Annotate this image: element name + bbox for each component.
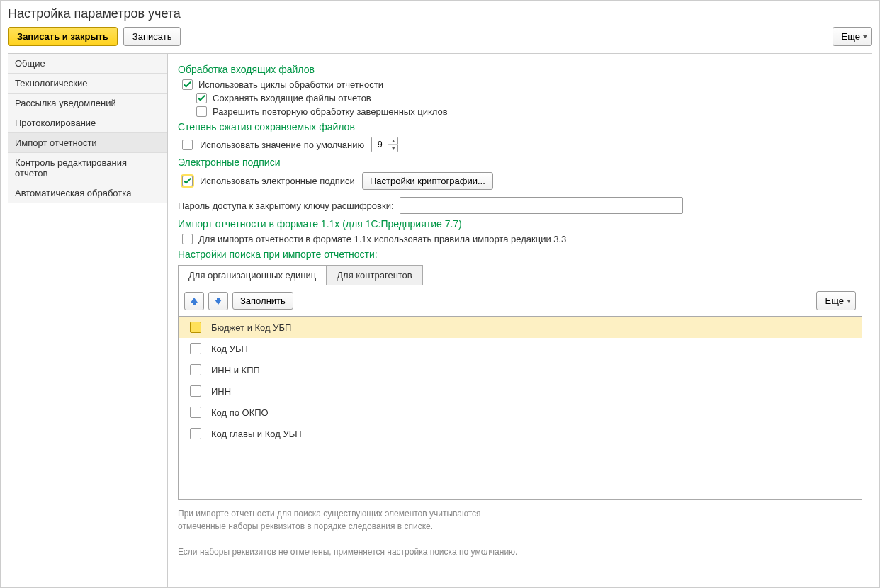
sidebar-item-auto-processing[interactable]: Автоматическая обработка bbox=[8, 183, 167, 203]
list-item-checkbox[interactable] bbox=[190, 343, 201, 354]
list-more-button[interactable]: Еще bbox=[816, 291, 856, 310]
spinner-down-icon[interactable]: ▼ bbox=[388, 145, 398, 152]
allow-reprocess-checkbox[interactable] bbox=[196, 106, 207, 117]
use-signatures-checkbox[interactable] bbox=[182, 176, 193, 186]
section-search-title: Настройки поиска при импорте отчетности: bbox=[178, 249, 862, 260]
section-import-title: Импорт отчетности в формате 1.1x (для 1С… bbox=[178, 218, 862, 230]
content-panel: Обработка входящих файлов Использовать ц… bbox=[168, 54, 872, 587]
list-item-checkbox[interactable] bbox=[190, 385, 201, 397]
password-input[interactable] bbox=[400, 197, 683, 214]
list-item[interactable]: Бюджет и Код УБП bbox=[179, 317, 862, 338]
move-up-button[interactable] bbox=[184, 292, 204, 310]
sidebar-item-general[interactable]: Общие bbox=[8, 54, 167, 74]
arrow-up-icon bbox=[189, 296, 199, 306]
save-close-button[interactable]: Записать и закрыть bbox=[8, 27, 118, 46]
footnote-line: При импорте отчетности для поиска сущест… bbox=[178, 507, 862, 520]
sidebar-item-notifications[interactable]: Рассылка уведомлений bbox=[8, 94, 167, 113]
list-item-label: Код главы и Код УБП bbox=[211, 429, 302, 439]
save-files-checkbox[interactable] bbox=[196, 93, 207, 103]
allow-reprocess-label: Разрешить повторную обработку завершенны… bbox=[213, 106, 448, 117]
section-signatures-title: Электронные подписи bbox=[178, 157, 862, 168]
save-button[interactable]: Записать bbox=[123, 27, 181, 46]
compression-value-field[interactable] bbox=[372, 137, 388, 152]
list-item-label: Код УБП bbox=[211, 344, 248, 354]
fill-button[interactable]: Заполнить bbox=[232, 292, 293, 310]
list-item-checkbox[interactable] bbox=[190, 322, 201, 333]
list-toolbar: Заполнить Еще bbox=[178, 285, 862, 316]
use-default-compression-label: Использовать значение по умолчанию bbox=[200, 140, 364, 150]
use-import-rules-label: Для импорта отчетности в формате 1.1x ис… bbox=[198, 234, 566, 244]
footnote: При импорте отчетности для поиска сущест… bbox=[178, 507, 862, 558]
move-down-button[interactable] bbox=[208, 292, 228, 310]
password-label: Пароль доступа к закрытому ключу расшифр… bbox=[178, 200, 394, 211]
use-default-compression-checkbox[interactable] bbox=[182, 140, 193, 150]
list-item[interactable]: ИНН bbox=[179, 380, 862, 402]
arrow-down-icon bbox=[213, 296, 223, 306]
list-item-label: ИНН и КПП bbox=[211, 365, 260, 375]
list-item[interactable]: Код по ОКПО bbox=[179, 402, 862, 423]
main-toolbar: Записать и закрыть Записать Еще bbox=[8, 27, 872, 46]
list-item-label: ИНН bbox=[211, 386, 231, 397]
section-incoming-title: Обработка входящих файлов bbox=[178, 64, 862, 75]
chevron-down-icon bbox=[863, 35, 867, 38]
list-item-checkbox[interactable] bbox=[190, 364, 201, 375]
list-item[interactable]: ИНН и КПП bbox=[179, 359, 862, 380]
list-item[interactable]: Код главы и Код УБП bbox=[179, 423, 862, 444]
sidebar-item-edit-control[interactable]: Контроль редактирования отчетов bbox=[8, 153, 167, 183]
compression-value-input[interactable]: ▲ ▼ bbox=[371, 137, 398, 152]
list-item-label: Код по ОКПО bbox=[211, 407, 269, 418]
tab-org-units[interactable]: Для организационных единиц bbox=[178, 265, 327, 285]
list-more-label: Еще bbox=[825, 295, 844, 306]
use-cycles-label: Использовать циклы обработки отчетности bbox=[198, 79, 383, 90]
more-button[interactable]: Еще bbox=[833, 27, 872, 46]
search-tabs: Для организационных единиц Для контраген… bbox=[178, 264, 862, 285]
save-files-label: Сохранять входящие файлы отчетов bbox=[213, 93, 371, 103]
section-compression-title: Степень сжатия сохраняемых файлов bbox=[178, 121, 862, 132]
tab-counterparties[interactable]: Для контрагентов bbox=[326, 265, 423, 285]
sidebar-item-import[interactable]: Импорт отчетности bbox=[8, 133, 167, 153]
sidebar-item-logging[interactable]: Протоколирование bbox=[8, 113, 167, 133]
sidebar-item-technological[interactable]: Технологические bbox=[8, 74, 167, 94]
chevron-down-icon bbox=[847, 300, 851, 303]
page-title: Настройка параметров учета bbox=[8, 6, 872, 21]
sidebar: Общие Технологические Рассылка уведомлен… bbox=[8, 54, 168, 587]
body: Общие Технологические Рассылка уведомлен… bbox=[8, 53, 872, 587]
search-criteria-list: Бюджет и Код УБП Код УБП ИНН и КПП ИНН К… bbox=[178, 316, 862, 500]
spinner-up-icon[interactable]: ▲ bbox=[388, 137, 398, 145]
list-item-checkbox[interactable] bbox=[190, 428, 201, 439]
footnote-line: Если наборы реквизитов не отмечены, прим… bbox=[178, 545, 862, 558]
list-item-label: Бюджет и Код УБП bbox=[211, 322, 291, 333]
crypto-settings-button[interactable]: Настройки криптографии... bbox=[362, 172, 493, 190]
list-item-checkbox[interactable] bbox=[190, 407, 201, 418]
settings-window: Настройка параметров учета Записать и за… bbox=[0, 0, 880, 588]
footnote-line: отмеченные наборы реквизитов в порядке с… bbox=[178, 520, 862, 533]
use-cycles-checkbox[interactable] bbox=[182, 79, 193, 90]
list-item[interactable]: Код УБП bbox=[179, 338, 862, 359]
more-label: Еще bbox=[842, 31, 860, 42]
use-import-rules-checkbox[interactable] bbox=[182, 234, 193, 244]
use-signatures-label: Использовать электронные подписи bbox=[200, 176, 355, 186]
